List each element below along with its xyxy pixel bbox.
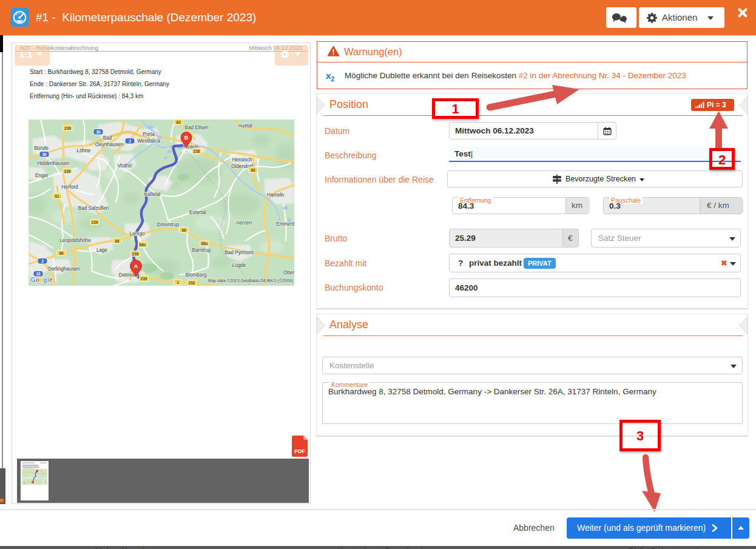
svg-text:Löhne: Löhne <box>77 148 91 153</box>
svg-text:Lemgo: Lemgo <box>129 231 144 237</box>
svg-text:66: 66 <box>181 228 186 232</box>
svg-text:Blomberg: Blomberg <box>185 272 206 278</box>
svg-text:Bad: Bad <box>103 135 112 141</box>
svg-text:66n: 66n <box>139 243 146 247</box>
svg-text:PDF: PDF <box>294 448 306 454</box>
svg-text:252: 252 <box>189 281 195 285</box>
svg-text:239: 239 <box>92 220 98 224</box>
svg-text:Leopoldshöhe: Leopoldshöhe <box>59 238 91 243</box>
svg-text:Bünde: Bünde <box>34 146 49 151</box>
svg-text:Bad Eilsen: Bad Eilsen <box>184 125 209 130</box>
svg-text:239: 239 <box>64 126 71 130</box>
svg-text:83: 83 <box>176 120 181 124</box>
svg-text:61: 61 <box>55 194 59 198</box>
svg-text:Barntrup: Barntrup <box>192 248 211 253</box>
svg-text:Lage: Lage <box>96 248 108 253</box>
svg-text:238: 238 <box>132 252 139 256</box>
svg-text:2: 2 <box>41 259 44 263</box>
svg-text:Oeynhausen: Oeynhausen <box>95 142 124 147</box>
svg-text:Lügde: Lügde <box>232 263 246 268</box>
svg-text:Bad Pyrmont: Bad Pyrmont <box>224 250 254 255</box>
svg-text:2: 2 <box>129 139 131 143</box>
svg-text:Kalletal: Kalletal <box>144 192 161 197</box>
svg-text:Aerzen: Aerzen <box>236 220 252 226</box>
svg-text:Dörentrup: Dörentrup <box>157 222 180 227</box>
svg-text:Vlotho: Vlotho <box>117 163 132 169</box>
svg-text:83: 83 <box>251 168 255 172</box>
svg-text:30: 30 <box>42 152 47 157</box>
svg-text:Auetal: Auetal <box>238 123 252 129</box>
svg-text:A: A <box>134 263 138 269</box>
svg-text:33: 33 <box>36 272 41 276</box>
svg-text:239: 239 <box>64 169 71 173</box>
svg-text:Emmerthal: Emmerthal <box>276 221 294 227</box>
svg-text:238: 238 <box>194 149 200 153</box>
svg-text:Extertal: Extertal <box>189 210 206 215</box>
svg-text:Enger: Enger <box>35 173 49 178</box>
svg-text:B: B <box>184 135 189 141</box>
svg-text:66: 66 <box>115 239 120 243</box>
svg-text:Hameln: Hameln <box>267 192 285 198</box>
svg-text:Hiddenhausen: Hiddenhausen <box>38 161 70 166</box>
svg-text:Hessisch: Hessisch <box>232 157 252 163</box>
svg-text:1: 1 <box>177 280 179 285</box>
svg-text:Porta: Porta <box>143 132 155 137</box>
svg-text:30: 30 <box>96 130 101 134</box>
svg-text:Westfalica: Westfalica <box>137 138 160 144</box>
svg-text:Bad Salzuflen: Bad Salzuflen <box>78 206 109 211</box>
svg-text:Oerlinghausen: Oerlinghausen <box>47 266 80 272</box>
svg-text:Ottenste: Ottenste <box>283 270 294 275</box>
svg-text:Herford: Herford <box>61 184 78 190</box>
svg-text:66n: 66n <box>201 241 208 246</box>
svg-text:239: 239 <box>141 277 147 281</box>
svg-text:66: 66 <box>59 251 64 255</box>
svg-text:Map data ©2023 GeoBasis-DE/BKG: Map data ©2023 GeoBasis-DE/BKG (©2009) <box>208 278 293 283</box>
svg-text:Google: Google <box>31 277 53 283</box>
